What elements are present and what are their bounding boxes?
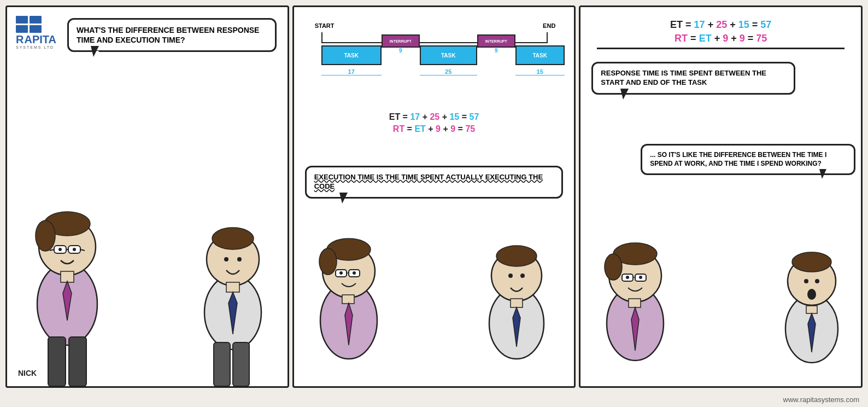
task1-bar: TASK [321,45,382,65]
diagram-area: START END TASK INTERRUPT 9 [310,17,558,136]
logo-block [30,16,42,24]
panel3-response-bubble: RESPONSE TIME IS TIME SPENT BETWEEN THE … [591,62,795,95]
character-glasses-p2 [300,195,398,386]
int2-brace: 9 [477,48,515,54]
panel3-formula: ET = 17 + 25 + 15 = 57 RT = ET + 9 + 9 =… [580,17,861,53]
svg-point-3 [36,220,55,251]
character-tie-p1 [184,173,282,386]
p3-bubble-top-tail-inner [622,95,629,103]
formula-area: ET = 17 + 25 + 15 = 57 RT = ET + 9 + 9 =… [310,112,558,134]
task2-width-label: 25 [420,68,477,75]
svg-rect-20 [226,282,239,292]
svg-rect-13 [48,337,66,386]
svg-rect-33 [342,295,354,304]
svg-point-58 [807,289,816,300]
svg-point-18 [224,257,228,261]
task3-underline [515,75,565,75]
svg-point-37 [496,246,537,266]
p3-formula-rt: RT = ET + 9 + 9 = 75 [580,33,861,44]
footer: www.rapitasystems.com [0,393,868,407]
end-arrow-v [547,32,548,43]
panel-3: ET = 17 + 25 + 15 = 57 RT = ET + 9 + 9 =… [579,5,863,388]
svg-point-57 [815,279,819,283]
interrupt2-bar: INTERRUPT [477,34,515,48]
svg-point-10 [73,248,76,251]
svg-point-49 [626,276,629,279]
logo-block [16,25,28,33]
panel3-analogy-bubble: ... SO IT'S LIKE THE DIFFERENCE BETWEEN … [641,144,855,175]
task2-underline [420,75,477,75]
svg-rect-51 [629,299,641,307]
task1-underline [321,75,382,75]
start-arrow-v [321,32,322,43]
logo-block [30,25,42,33]
panel1-speech-bubble: WHAT'S THE DIFFERENCE BETWEEN RESPONSE T… [67,18,277,52]
formula-et: ET = 17 + 25 + 15 = 57 [310,112,558,122]
svg-rect-40 [511,299,523,307]
logo-text-r: R [16,34,24,45]
p3-bubble-top-text: RESPONSE TIME IS TIME SPENT BETWEEN THE … [601,69,766,86]
character-tie-p2 [470,206,563,386]
panel2-speech-bubble: EXECUTION TIME IS THE TIME SPENT ACTUALL… [305,166,564,199]
rapita-logo: R APITA SYSTEMS LTD [16,16,65,49]
start-label: START [315,22,335,29]
svg-point-50 [639,276,642,279]
svg-point-32 [353,271,356,275]
logo-text-apita: APITA [24,34,56,45]
logo-block [16,16,28,24]
nick-label: NICK [18,369,37,377]
panel1-bubble-inner: WHAT'S THE DIFFERENCE BETWEEN RESPONSE T… [77,25,267,45]
interrupt1-bar: INTERRUPT [382,34,420,48]
svg-point-17 [212,228,254,249]
p3-bubble-bottom-tail-inner [818,175,825,183]
panel-1: R APITA SYSTEMS LTD WHAT'S THE DIFFERENC… [5,5,289,388]
svg-rect-14 [69,337,86,386]
p3-divider [597,48,844,49]
svg-point-19 [237,257,242,261]
svg-point-55 [792,252,831,272]
timeline-container: START END TASK INTERRUPT 9 [310,22,558,110]
svg-point-38 [508,274,513,278]
panel-2: START END TASK INTERRUPT 9 [292,5,576,388]
formula-rt: RT = ET + 9 + 9 = 75 [310,124,558,134]
task3-width-label: 15 [515,68,565,75]
p3-bubble-bottom-text: ... SO IT'S LIKE THE DIFFERENCE BETWEEN … [650,151,826,167]
svg-point-39 [520,274,525,278]
character-surprised-p3 [768,217,855,386]
character-glasses-p1 [13,151,122,386]
footer-url: www.rapitasystems.com [783,396,859,404]
svg-rect-22 [214,342,230,386]
end-label: END [543,22,555,29]
task1-width-label: 17 [321,68,382,75]
character-glasses-p3 [586,206,684,386]
p3-formula-et: ET = 17 + 25 + 15 = 57 [580,19,861,31]
svg-point-9 [58,248,62,251]
svg-point-45 [605,254,622,280]
comic-strip: R APITA SYSTEMS LTD WHAT'S THE DIFFERENC… [0,0,868,393]
svg-point-56 [804,279,808,283]
task2-bar: TASK [420,45,477,65]
svg-point-27 [319,248,337,275]
svg-rect-23 [233,342,249,386]
int1-brace: 9 [382,48,420,54]
logo-subtitle: SYSTEMS LTD [16,45,54,49]
panel2-bubble-text: EXECUTION TIME IS THE TIME SPENT ACTUALL… [314,173,543,190]
logo-grid [16,16,42,33]
task3-bar: TASK [515,45,565,65]
svg-point-31 [339,271,343,275]
